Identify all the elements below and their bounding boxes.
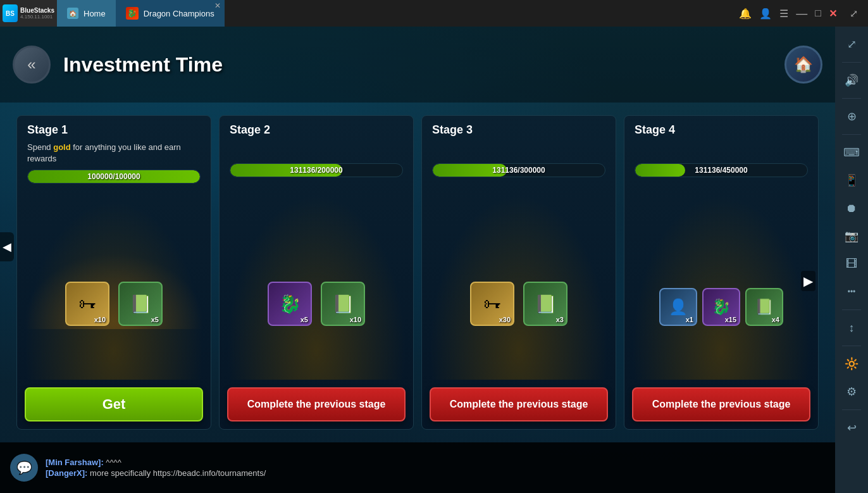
sidebar-gear-btn[interactable]: ⚙ <box>839 379 864 404</box>
top-bar: « Investment Time 🏠 <box>0 27 835 103</box>
stage-2-dragon-count: x5 <box>301 316 308 323</box>
stage-3-progress-text: 131136/300000 <box>492 166 545 175</box>
sidebar-phone-btn[interactable]: 📱 <box>839 168 864 193</box>
stage-4-scroll-right[interactable]: ▶ <box>801 271 815 291</box>
stages-container: Stage 1 Spend gold for anything you like… <box>0 103 835 442</box>
bs-name: BlueStacks <box>20 7 54 14</box>
chat-messages: [Min Farshaw]: ^^^^ [DangerX]: more spec… <box>46 458 825 478</box>
sidebar-record-btn[interactable]: ⏺ <box>839 196 864 221</box>
stage-4-progress-bar: 131136/450000 <box>635 163 808 177</box>
sidebar-brightness-btn[interactable]: 🔆 <box>839 351 864 377</box>
tab-game[interactable]: 🐉 Dragon Champions ✕ <box>116 0 225 27</box>
stage-1-book-count: x5 <box>151 316 159 323</box>
stage-1-progress-bar: 100000/100000 <box>27 170 201 184</box>
sidebar-divider-5 <box>842 346 861 346</box>
stage-1-desc-plain: Spend <box>27 142 53 152</box>
back-icon: « <box>27 56 35 73</box>
chat-icon[interactable]: 💬 <box>10 454 38 482</box>
stage-3-progress-bar: 131136/300000 <box>432 163 605 177</box>
stage-4-footer: Complete the previous stage <box>624 380 818 429</box>
chat-message-2: [DangerX]: more specifically https://bea… <box>46 468 825 478</box>
stage-3-reward-2: 📗 x3 <box>523 282 567 326</box>
sidebar-volume-btn[interactable]: 🔊 <box>839 68 864 93</box>
stage-4-dragon-icon: 🐉 x15 <box>702 288 740 326</box>
stage-4-locked-button: Complete the previous stage <box>632 387 810 421</box>
sidebar-divider-1 <box>842 62 861 63</box>
sidebar-scroll-btn[interactable]: ↕ <box>839 315 864 340</box>
stage-1-reward-area: 🗝 x10 📗 x5 <box>17 189 211 380</box>
stage-4-book-icon: 📗 x4 <box>745 288 783 326</box>
titlebar: BS BlueStacks 4.150.11.1001 🏠 Home 🐉 Dra… <box>0 0 868 27</box>
close-icon[interactable]: ✕ <box>829 8 837 20</box>
left-scroll-btn[interactable]: ◀ <box>0 232 14 261</box>
bluestacks-logo: BS BlueStacks 4.150.11.1001 <box>0 0 57 27</box>
stage-3-footer: Complete the previous stage <box>422 380 616 429</box>
main-content: « Investment Time 🏠 Stage 1 Spend gold f… <box>0 27 835 493</box>
stage-1-reward-2: 📗 x5 <box>118 282 163 326</box>
stage-1-desc-gold: gold <box>53 142 70 152</box>
stage-3-treasure-glow <box>422 182 616 380</box>
sidebar-divider-2 <box>842 98 861 99</box>
tab-home[interactable]: 🏠 Home <box>57 0 116 27</box>
stage-4-progress-text: 131136/450000 <box>695 166 747 175</box>
stage-3-reward-area: 🗝 x30 📗 x3 <box>422 182 616 380</box>
sidebar-expand-btn[interactable]: ⤢ <box>839 32 864 57</box>
stage-4-progress-fill <box>635 164 685 177</box>
stage-card-1: Stage 1 Spend gold for anything you like… <box>16 115 211 430</box>
tab-home-label: Home <box>84 9 106 18</box>
stage-2-treasure-glow <box>220 182 413 380</box>
chat-text-2: more specifically https://beadc.info/tou… <box>90 468 266 478</box>
stage-2-reward-area: 🐉 x5 📗 x10 <box>220 182 413 380</box>
sidebar-screenshot-btn[interactable]: 📷 <box>839 223 864 249</box>
stage-2-locked-button: Complete the previous stage <box>227 387 406 421</box>
chat-text-1: ^^^^ <box>106 458 121 467</box>
stage-3-reward-1: 🗝 x30 <box>470 282 514 326</box>
tab-close-icon[interactable]: ✕ <box>214 1 221 10</box>
page-title: Investment Time <box>63 53 223 77</box>
stage-1-reward-1: 🗝 x10 <box>65 282 109 326</box>
sidebar-settings-btn[interactable]: ⊕ <box>839 104 864 129</box>
stage-4-hero-icon: 👤 x1 <box>659 288 697 326</box>
bs-version: 4.150.11.1001 <box>20 14 54 20</box>
chat-bar: 💬 [Min Farshaw]: ^^^^ [DangerX]: more sp… <box>0 442 835 493</box>
stage-3-header: Stage 3 <box>422 116 616 142</box>
stage-4-book-count: x4 <box>772 316 779 323</box>
stage-1-progress-text: 100000/100000 <box>87 172 140 181</box>
maximize-icon[interactable]: □ <box>815 8 821 19</box>
stage-2-progress-text: 131136/200000 <box>290 166 342 175</box>
stage-4-reward-area: 👤 x1 🐉 x15 📗 x4 <box>624 182 818 380</box>
bell-icon[interactable]: 🔔 <box>739 8 752 20</box>
sidebar-back-btn[interactable]: ↩ <box>839 415 864 440</box>
stage-4-header: Stage 4 <box>624 116 818 142</box>
expand-icon[interactable]: ⤢ <box>850 8 858 20</box>
stage-4-reward-1: 👤 x1 <box>659 288 697 326</box>
menu-icon[interactable]: ☰ <box>779 8 788 20</box>
sidebar-video-btn[interactable]: 🎞 <box>839 251 864 277</box>
stage-card-4: Stage 4 131136/450000 👤 x1 🐉 <box>624 115 819 430</box>
sidebar-keyboard-btn[interactable]: ⌨ <box>839 140 864 165</box>
stage-1-key-icon: 🗝 x10 <box>65 282 109 326</box>
stage-card-3: Stage 3 131136/300000 🗝 x30 � <box>421 115 616 430</box>
sidebar-more-btn[interactable]: ••• <box>839 279 864 304</box>
bs-icon: BS <box>3 4 18 22</box>
stage-1-get-button[interactable]: Get <box>25 387 203 421</box>
minimize-icon[interactable]: — <box>796 7 807 20</box>
tab-game-label: Dragon Champions <box>144 9 214 18</box>
home-icon: 🏠 <box>794 56 813 73</box>
stage-2-reward-1: 🐉 x5 <box>268 282 312 326</box>
user-icon[interactable]: 👤 <box>759 8 772 20</box>
stage-3-book-icon: 📗 x3 <box>523 282 567 326</box>
stage-1-header: Stage 1 <box>17 116 211 142</box>
stage-4-dragon-count: x15 <box>725 316 736 323</box>
stage-2-book-icon: 📗 x10 <box>321 282 365 326</box>
back-button[interactable]: « <box>13 46 51 84</box>
chat-name-1: [Min Farshaw]: <box>46 458 104 467</box>
right-sidebar: ⤢ 🔊 ⊕ ⌨ 📱 ⏺ 📷 🎞 ••• ↕ 🔆 ⚙ ↩ <box>835 27 868 493</box>
stage-3-book-count: x3 <box>556 316 564 323</box>
stage-card-2: Stage 2 131136/200000 🐉 x5 📗 <box>219 115 414 430</box>
stage-3-locked-button: Complete the previous stage <box>430 387 608 421</box>
stage-4-treasure-glow <box>624 182 818 380</box>
home-button[interactable]: 🏠 <box>784 46 822 84</box>
stage-4-reward-3: 📗 x4 <box>745 288 783 326</box>
home-tab-icon: 🏠 <box>67 8 78 19</box>
